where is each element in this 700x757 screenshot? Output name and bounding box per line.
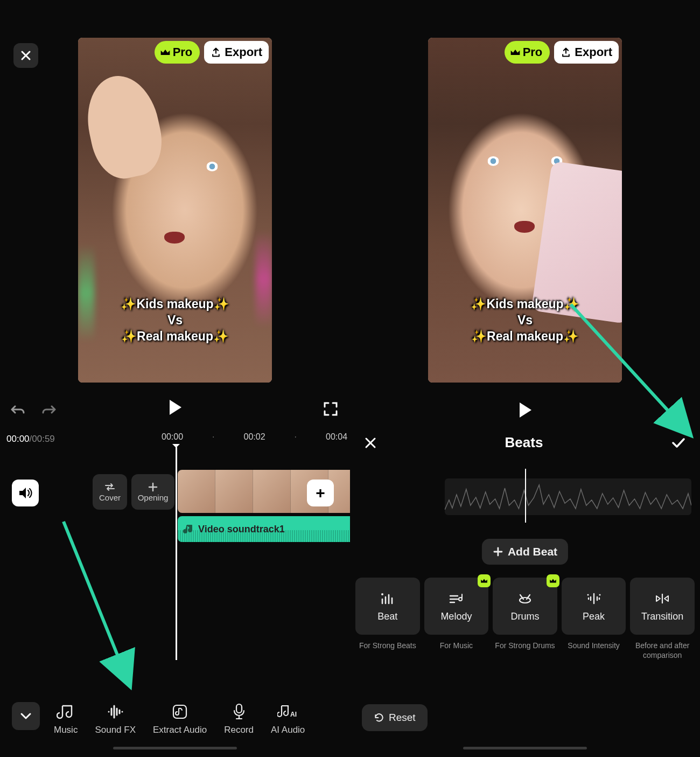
annotation-arrow (59, 517, 145, 700)
svg-rect-0 (173, 705, 186, 718)
playhead[interactable] (176, 447, 177, 660)
collapse-tools-button[interactable] (12, 702, 40, 730)
beats-confirm-button[interactable] (671, 436, 686, 449)
music-icon (57, 702, 75, 721)
beat-desc: Sound Intensity (562, 641, 626, 660)
reset-icon (374, 712, 384, 723)
time-readout: 00:00/00:59 (6, 434, 55, 445)
soundfx-icon (106, 702, 124, 721)
premium-badge (547, 574, 559, 587)
beat-desc: For Strong Beats (355, 641, 420, 660)
beats-title: Beats (505, 434, 543, 451)
thumbnail (253, 470, 291, 513)
pro-badge[interactable]: Pro (505, 41, 550, 64)
ai-audio-icon: AI (277, 702, 299, 721)
svg-point-8 (599, 594, 600, 595)
beat-tile-drums[interactable]: Drums (493, 578, 557, 635)
close-icon (20, 50, 31, 61)
timeline-ruler[interactable]: 00:00· 00:02· 00:04 (162, 432, 345, 442)
close-icon (364, 436, 377, 449)
crown-icon (510, 48, 521, 56)
upload-icon (211, 47, 221, 58)
close-button[interactable] (13, 43, 38, 68)
svg-rect-1 (236, 704, 242, 713)
ai-audio-tool[interactable]: AI AI Audio (271, 702, 305, 735)
fullscreen-icon (323, 401, 338, 416)
bottom-toolbar: Music Sound FX Extract Audio Record AI A… (54, 702, 328, 735)
mute-button[interactable] (12, 480, 39, 506)
svg-line-3 (64, 522, 129, 684)
caption-overlay: ✨Kids makeup✨ Vs ✨Real makeup✨ (428, 296, 622, 345)
beat-tile-melody[interactable]: Melody (424, 578, 489, 635)
svg-point-4 (381, 593, 383, 595)
caption-line1: ✨Kids makeup✨ (78, 296, 272, 312)
export-button[interactable]: Export (204, 41, 269, 64)
drums-icon (517, 591, 533, 607)
soundfx-tool[interactable]: Sound FX (95, 702, 136, 735)
melody-icon (448, 591, 464, 607)
peak-icon (586, 591, 602, 607)
beat-desc: Before and after comparison (630, 641, 695, 660)
beat-desc: For Strong Drums (493, 641, 557, 660)
upload-icon (561, 47, 571, 58)
thumbnail (215, 470, 253, 513)
beats-waveform[interactable] (359, 469, 691, 523)
redo-button[interactable] (41, 403, 57, 417)
video-preview[interactable]: ✨Kids makeup✨ Vs ✨Real makeup✨ Pro Expor… (428, 38, 622, 383)
thumbnail (178, 470, 215, 513)
scroll-indicator (463, 747, 587, 749)
caption-line2: Vs (78, 312, 272, 329)
waveform-display (445, 478, 691, 515)
export-button[interactable]: Export (554, 41, 619, 64)
music-note-icon (183, 524, 194, 534)
pro-badge[interactable]: Pro (155, 41, 200, 64)
check-icon (671, 436, 686, 449)
beats-close-button[interactable] (364, 436, 377, 449)
add-beat-button[interactable]: Add Beat (482, 539, 568, 565)
play-icon (167, 399, 183, 416)
extract-icon (171, 702, 189, 721)
speaker-icon (18, 487, 32, 499)
beat-tile-beat[interactable]: Beat (355, 578, 420, 635)
playhead[interactable] (525, 469, 526, 523)
play-icon (517, 401, 533, 419)
add-clip-button[interactable]: + (307, 480, 334, 506)
plus-icon (493, 546, 503, 557)
opening-button[interactable]: Opening (131, 474, 174, 510)
music-tool[interactable]: Music (54, 702, 78, 735)
cover-button[interactable]: Cover (93, 474, 127, 510)
play-button[interactable] (167, 399, 183, 416)
fullscreen-button[interactable] (323, 401, 338, 416)
video-preview[interactable]: ✨Kids makeup✨ Vs ✨Real makeup✨ Pro Expor… (78, 38, 272, 383)
beat-tile-transition[interactable]: Transition (630, 578, 695, 635)
premium-badge (478, 574, 491, 587)
svg-point-7 (587, 594, 589, 595)
extract-audio-tool[interactable]: Extract Audio (153, 702, 207, 735)
crown-icon (160, 48, 171, 56)
swap-icon (104, 482, 116, 492)
caption-line3: ✨Real makeup✨ (78, 329, 272, 345)
transition-icon (654, 591, 670, 607)
svg-text:AI: AI (290, 711, 297, 718)
play-button[interactable] (517, 401, 533, 419)
record-tool[interactable]: Record (224, 702, 254, 735)
beat-tile-peak[interactable]: Peak (562, 578, 626, 635)
caption-overlay: ✨Kids makeup✨ Vs ✨Real makeup✨ (78, 296, 272, 345)
reset-button[interactable]: Reset (362, 704, 428, 731)
undo-button[interactable] (10, 403, 26, 417)
audio-track[interactable]: Video soundtrack1 (178, 516, 350, 542)
plus-icon (148, 482, 158, 492)
scroll-indicator (113, 747, 237, 749)
beat-desc: For Music (424, 641, 489, 660)
svg-point-6 (520, 598, 530, 603)
beat-icon (380, 591, 396, 607)
chevron-down-icon (20, 712, 32, 720)
mic-icon (231, 702, 247, 721)
